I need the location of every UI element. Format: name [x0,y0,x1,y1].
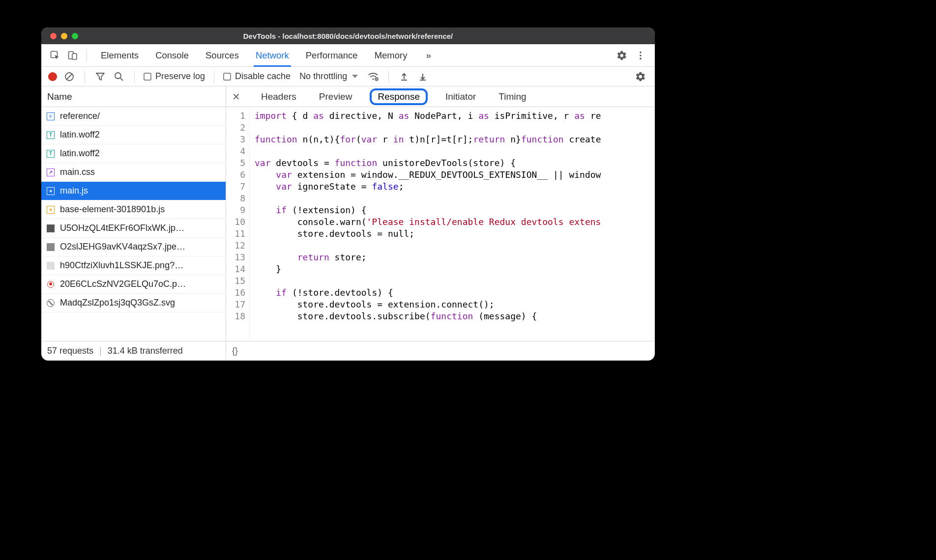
request-row[interactable]: MadqZslZpo1sj3qQ3GsZ.svg [41,294,226,312]
tab-console[interactable]: Console [155,44,189,66]
file-type-icon: ↗ [46,168,55,177]
settings-icon[interactable] [614,48,629,63]
file-type-icon [46,224,55,233]
preserve-log-checkbox[interactable]: Preserve log [144,71,205,82]
request-name: main.js [60,186,88,196]
line-gutter: 123456789101112131415161718 [226,107,250,341]
transferred-size: 31.4 kB transferred [108,346,183,356]
file-type-icon [46,299,55,308]
request-row[interactable]: ⋄main.js [41,182,226,200]
inspect-element-icon[interactable] [48,49,62,62]
checkbox-box [144,73,151,81]
close-window-button[interactable] [50,33,57,39]
detail-tab-preview[interactable]: Preview [314,89,357,104]
divider [388,70,389,83]
file-type-icon [46,261,55,270]
request-name: h90CtfziXluvh1LSSKJE.png?… [60,260,183,271]
file-type-icon: ≡ [46,112,55,121]
more-menu-icon[interactable] [633,48,648,63]
device-toggle-icon[interactable] [66,49,80,62]
source-code[interactable]: import { d as directive, N as NodePart, … [250,107,655,341]
detail-tab-response[interactable]: Response [370,88,428,105]
network-toolbar: Preserve log Disable cache No throttling [41,67,655,86]
devtools-window: DevTools - localhost:8080/docs/devtools/… [41,28,655,361]
minimize-window-button[interactable] [61,33,67,39]
request-rows: ≡reference/Tlatin.woff2Tlatin.woff2↗main… [41,107,226,341]
request-name: latin.woff2 [60,130,100,140]
response-body: 123456789101112131415161718 import { d a… [226,107,655,341]
svg-line-9 [120,78,123,81]
tab-elements[interactable]: Elements [101,44,139,66]
export-har-icon[interactable] [416,70,429,83]
request-name: U5OHzQL4tEKFr6OFlxWK.jp… [60,223,184,233]
request-row[interactable]: h90CtfziXluvh1LSSKJE.png?… [41,256,226,275]
throttling-select[interactable]: No throttling [299,71,358,82]
divider [214,70,214,83]
chevron-down-icon [352,75,358,78]
detail-tab-initiator[interactable]: Initiator [440,89,481,104]
request-name: latin.woff2 [60,148,100,159]
request-list-footer: 57 requests | 31.4 kB transferred [41,341,226,361]
import-har-icon[interactable] [398,70,410,83]
traffic-lights [50,33,78,39]
svg-line-7 [67,74,72,79]
request-row[interactable]: U5OHzQL4tEKFr6OFlxWK.jp… [41,219,226,238]
tab-memory[interactable]: Memory [375,44,408,66]
file-type-icon [46,280,55,289]
file-type-icon [46,243,55,252]
tab-sources[interactable]: Sources [205,44,239,66]
svg-point-8 [115,73,121,79]
tab-performance[interactable]: Performance [306,44,358,66]
detail-tab-timing[interactable]: Timing [494,89,531,104]
close-detail-icon[interactable]: ✕ [232,91,243,103]
search-icon[interactable] [113,70,125,83]
request-row[interactable]: ≡reference/ [41,107,226,126]
request-name: O2slJEHG9avKV4aqzSx7.jpe… [60,242,185,252]
file-type-icon: ⋄ [46,187,55,196]
request-row[interactable]: 20E6CLcSzNV2GELQu7oC.p… [41,275,226,294]
divider [134,70,135,83]
request-name: base-element-3018901b.js [60,204,165,215]
request-name: reference/ [60,111,100,121]
disable-cache-checkbox[interactable]: Disable cache [223,71,291,82]
request-list-header[interactable]: Name [41,86,226,107]
tab-network[interactable]: Network [256,44,289,66]
svg-point-5 [640,57,642,59]
network-conditions-icon[interactable] [367,70,380,83]
window-title: DevTools - localhost:8080/docs/devtools/… [41,32,655,40]
requests-count: 57 requests [47,346,93,356]
record-button[interactable] [48,72,57,81]
request-list-panel: Name ≡reference/Tlatin.woff2Tlatin.woff2… [41,86,226,361]
detail-footer: {} [226,341,655,361]
request-row[interactable]: ↗main.css [41,163,226,182]
filter-icon[interactable] [94,70,107,83]
svg-rect-2 [72,54,77,59]
network-main: Name ≡reference/Tlatin.woff2Tlatin.woff2… [41,86,655,361]
request-row[interactable]: O2slJEHG9avKV4aqzSx7.jpe… [41,238,226,256]
clear-icon[interactable] [63,70,76,83]
svg-point-10 [373,78,374,80]
request-row[interactable]: ⋄base-element-3018901b.js [41,200,226,219]
pretty-print-indicator[interactable]: {} [232,346,238,356]
request-row[interactable]: Tlatin.woff2 [41,126,226,144]
file-type-icon: T [46,149,55,158]
request-name: MadqZslZpo1sj3qQ3GsZ.svg [60,298,175,308]
disable-cache-label: Disable cache [235,71,291,82]
svg-point-4 [640,55,642,56]
file-type-icon: T [46,131,55,140]
overflow-tabs-button[interactable]: » [426,44,431,66]
titlebar: DevTools - localhost:8080/docs/devtools/… [41,28,655,44]
file-type-icon: ⋄ [46,205,55,214]
panel-tabs: ElementsConsoleSourcesNetworkPerformance… [101,44,407,66]
request-row[interactable]: Tlatin.woff2 [41,144,226,163]
divider [87,49,87,62]
request-detail-panel: ✕ HeadersPreviewResponseInitiatorTiming … [226,86,655,361]
network-settings-icon[interactable] [633,69,648,84]
request-name: 20E6CLcSzNV2GELQu7oC.p… [60,279,186,289]
checkbox-box [223,73,231,81]
fullscreen-window-button[interactable] [72,33,78,39]
request-name: main.css [60,167,95,177]
detail-tab-headers[interactable]: Headers [256,89,301,104]
svg-point-3 [640,51,642,53]
preserve-log-label: Preserve log [155,71,205,82]
